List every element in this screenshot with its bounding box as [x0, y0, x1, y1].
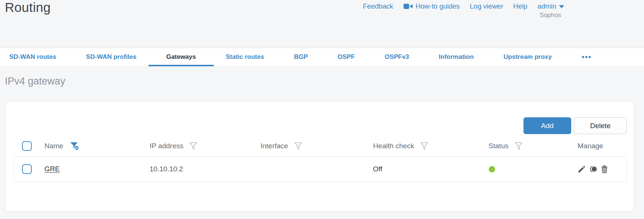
- filter-icon[interactable]: [420, 142, 428, 150]
- manage-actions: [577, 165, 609, 174]
- filter-icon[interactable]: [294, 142, 302, 150]
- admin-menu[interactable]: admin: [538, 2, 564, 10]
- tab-bar: SD-WAN routes SD-WAN profiles Gateways S…: [0, 48, 644, 66]
- tab-ospf[interactable]: OSPF: [338, 48, 355, 66]
- gateway-health-check: Off: [373, 165, 382, 173]
- admin-label: admin: [538, 2, 556, 10]
- help-label: Help: [513, 2, 528, 10]
- video-camera-icon: [403, 3, 413, 10]
- delete-icon[interactable]: [600, 165, 609, 174]
- howto-guides-link[interactable]: How-to guides: [403, 2, 460, 10]
- tab-information[interactable]: Information: [439, 48, 474, 66]
- tab-bgp[interactable]: BGP: [294, 48, 308, 66]
- table-row: GRE 10.10.10.2 Off: [14, 157, 626, 181]
- tab-ospfv3[interactable]: OSPFv3: [385, 48, 409, 66]
- header-nav: Feedback How-to guides Log viewer Help a…: [363, 2, 564, 10]
- table-header-row: Name IP address Interface: [14, 136, 627, 156]
- row-checkbox[interactable]: [22, 164, 32, 174]
- tab-gateways[interactable]: Gateways: [166, 48, 196, 66]
- page-title: Routing: [5, 0, 51, 15]
- log-viewer-label: Log viewer: [470, 2, 503, 10]
- caret-down-icon: [559, 5, 564, 8]
- table-toolbar: Add Delete: [523, 117, 627, 134]
- tab-sdwan-routes[interactable]: SD-WAN routes: [9, 48, 56, 66]
- feedback-label: Feedback: [363, 2, 393, 10]
- status-dot: [489, 166, 495, 172]
- delete-button[interactable]: Delete: [574, 117, 627, 134]
- tab-static-routes[interactable]: Static routes: [226, 48, 264, 66]
- help-link[interactable]: Help: [513, 2, 528, 10]
- filter-icon[interactable]: [189, 142, 197, 150]
- edit-icon[interactable]: [577, 165, 586, 174]
- section-title: IPv4 gateway: [5, 76, 65, 87]
- add-button[interactable]: Add: [523, 117, 571, 134]
- column-header-interface: Interface: [260, 142, 288, 150]
- table-body: GRE 10.10.10.2 Off: [14, 156, 627, 182]
- gateway-ip-address: 10.10.10.2: [150, 165, 183, 173]
- column-header-health-check: Health check: [373, 142, 414, 150]
- howto-guides-label: How-to guides: [416, 2, 460, 10]
- ipv4-gateway-card: Add Delete Name IP address: [5, 101, 634, 212]
- tabs-overflow-button[interactable]: •••: [582, 48, 592, 66]
- deactivate-icon[interactable]: [588, 165, 598, 174]
- tab-upstream-proxy[interactable]: Upstream proxy: [504, 48, 552, 66]
- tab-sdwan-profiles[interactable]: SD-WAN profiles: [86, 48, 137, 66]
- brand-label: Sophos: [540, 12, 561, 19]
- column-header-status: Status: [488, 142, 509, 150]
- filter-icon[interactable]: [515, 142, 523, 150]
- gateway-name-link[interactable]: GRE: [44, 165, 60, 173]
- log-viewer-link[interactable]: Log viewer: [470, 2, 503, 10]
- column-header-manage: Manage: [578, 142, 603, 150]
- routing-page: Routing Feedback How-to guides Log viewe…: [0, 0, 644, 219]
- select-all-checkbox[interactable]: [22, 141, 32, 151]
- feedback-link[interactable]: Feedback: [363, 2, 393, 10]
- column-header-name: Name: [44, 142, 63, 150]
- column-header-ip-address: IP address: [150, 142, 183, 150]
- filter-active-icon[interactable]: [69, 142, 80, 151]
